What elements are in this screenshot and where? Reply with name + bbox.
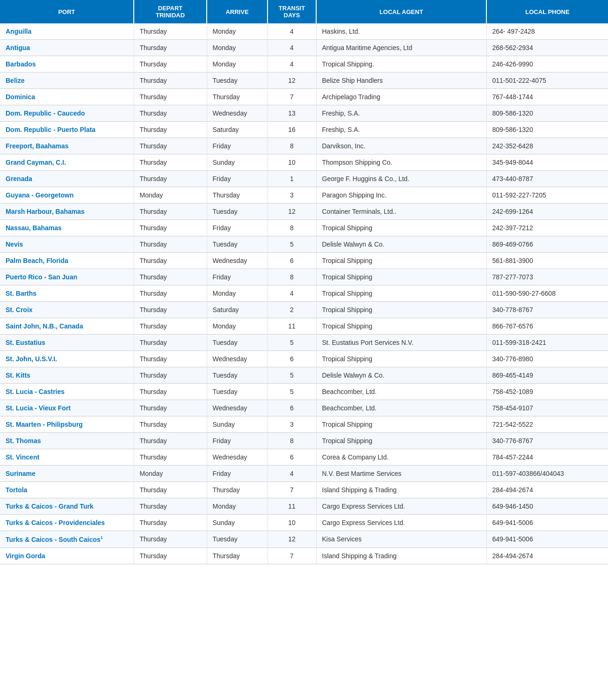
cell-agent: Beachcomber, Ltd. [316, 400, 486, 416]
table-row: DominicaThursdayThursday7Archipelago Tra… [0, 89, 608, 105]
cell-phone: 866-767-6576 [486, 318, 608, 335]
table-row: Turks & Caicos - ProvidencialesThursdayS… [0, 515, 608, 531]
table-row: SurinameMondayFriday4N.V. Best Martime S… [0, 466, 608, 482]
cell-depart: Thursday [134, 302, 207, 318]
cell-transit: 8 [268, 269, 316, 285]
cell-phone: 264- 497-2428 [486, 23, 608, 40]
table-row: NevisThursdayTuesday5Delisle Walwyn & Co… [0, 236, 608, 253]
cell-agent: Tropical Shipping [316, 351, 486, 367]
cell-depart: Thursday [134, 40, 207, 56]
cell-port: St. Eustatius [0, 335, 134, 351]
table-row: Turks & Caicos - South Caicos1ThursdayTu… [0, 531, 608, 548]
table-row: Dom. Republic - Puerto PlataThursdaySatu… [0, 122, 608, 138]
cell-depart: Thursday [134, 171, 207, 187]
cell-transit: 6 [268, 351, 316, 367]
cell-agent: Darvikson, Inc. [316, 138, 486, 154]
cell-port: St. Lucia - Castries [0, 384, 134, 400]
cell-phone: 242-352-6428 [486, 138, 608, 154]
cell-arrive: Monday [207, 285, 268, 302]
cell-arrive: Wednesday [207, 253, 268, 269]
cell-port: Saint John, N.B., Canada [0, 318, 134, 335]
cell-phone: 246-426-9990 [486, 56, 608, 73]
cell-transit: 5 [268, 367, 316, 384]
cell-port: Belize [0, 73, 134, 89]
table-row: Nassau, BahamasThursdayFriday8Tropical S… [0, 220, 608, 236]
cell-depart: Thursday [134, 531, 207, 548]
cell-depart: Monday [134, 187, 207, 204]
cell-port: Suriname [0, 466, 134, 482]
cell-phone: 340-776-8767 [486, 433, 608, 449]
cell-phone: 268-562-2934 [486, 40, 608, 56]
cell-port: St. Thomas [0, 433, 134, 449]
cell-transit: 7 [268, 482, 316, 498]
cell-arrive: Monday [207, 23, 268, 40]
cell-transit: 8 [268, 138, 316, 154]
cell-port: Tortola [0, 482, 134, 498]
table-row: St. CroixThursdaySaturday2Tropical Shipp… [0, 302, 608, 318]
table-row: Virgin GordaThursdayThursday7Island Ship… [0, 547, 608, 564]
table-row: Dom. Republic - CaucedoThursdayWednesday… [0, 105, 608, 122]
cell-agent: Delisle Walwyn & Co. [316, 236, 486, 253]
cell-depart: Thursday [134, 105, 207, 122]
cell-depart: Thursday [134, 482, 207, 498]
cell-arrive: Saturday [207, 122, 268, 138]
cell-depart: Thursday [134, 351, 207, 367]
cell-arrive: Wednesday [207, 400, 268, 416]
cell-agent: Tropical Shipping [316, 285, 486, 302]
cell-phone: 011-599-318-2421 [486, 335, 608, 351]
cell-agent: Paragon Shipping Inc. [316, 187, 486, 204]
cell-phone: 721-542-5522 [486, 416, 608, 433]
cell-depart: Thursday [134, 318, 207, 335]
cell-phone: 284-494-2674 [486, 482, 608, 498]
cell-transit: 5 [268, 335, 316, 351]
cell-agent: Delisle Walwyn & Co. [316, 367, 486, 384]
cell-arrive: Tuesday [207, 204, 268, 220]
cell-agent: Freship, S.A. [316, 122, 486, 138]
cell-phone: 473-440-8787 [486, 171, 608, 187]
cell-arrive: Monday [207, 40, 268, 56]
cell-port: Freeport, Baahamas [0, 138, 134, 154]
cell-phone: 649-946-1450 [486, 498, 608, 515]
cell-arrive: Friday [207, 171, 268, 187]
cell-transit: 10 [268, 154, 316, 171]
shipping-schedule-table: PORT DEPARTTRINIDAD ARRIVE TRANSITDAYS L… [0, 0, 608, 564]
cell-transit: 3 [268, 187, 316, 204]
cell-transit: 6 [268, 253, 316, 269]
cell-depart: Thursday [134, 73, 207, 89]
table-row: TortolaThursdayThursday7Island Shipping … [0, 482, 608, 498]
cell-agent: Kisa Services [316, 531, 486, 548]
cell-agent: Tropical Shipping [316, 220, 486, 236]
cell-phone: 242-397-7212 [486, 220, 608, 236]
table-row: St. BarthsThursdayMonday4Tropical Shippi… [0, 285, 608, 302]
cell-phone: 869-469-0766 [486, 236, 608, 253]
cell-transit: 7 [268, 547, 316, 564]
table-row: Freeport, BaahamasThursdayFriday8Darviks… [0, 138, 608, 154]
cell-port: Anguilla [0, 23, 134, 40]
cell-phone: 649-941-5006 [486, 515, 608, 531]
cell-phone: 011-597-403866/404043 [486, 466, 608, 482]
cell-depart: Thursday [134, 220, 207, 236]
cell-depart: Thursday [134, 269, 207, 285]
cell-port: Marsh Harbour, Bahamas [0, 204, 134, 220]
cell-depart: Thursday [134, 498, 207, 515]
cell-agent: Beachcomber, Ltd. [316, 384, 486, 400]
header-transit: TRANSITDAYS [268, 0, 316, 23]
cell-port: Grenada [0, 171, 134, 187]
cell-agent: Haskins, Ltd. [316, 23, 486, 40]
cell-transit: 10 [268, 515, 316, 531]
cell-depart: Monday [134, 466, 207, 482]
cell-arrive: Wednesday [207, 449, 268, 466]
cell-transit: 13 [268, 105, 316, 122]
cell-arrive: Sunday [207, 154, 268, 171]
header-agent: LOCAL AGENT [316, 0, 486, 23]
cell-depart: Thursday [134, 547, 207, 564]
table-row: St. Lucia - CastriesThursdayTuesday5Beac… [0, 384, 608, 400]
cell-agent: Tropical Shipping. [316, 56, 486, 73]
cell-depart: Thursday [134, 89, 207, 105]
cell-agent: Freship, S.A. [316, 105, 486, 122]
cell-phone: 242-699-1264 [486, 204, 608, 220]
cell-arrive: Monday [207, 498, 268, 515]
cell-port: Virgin Gorda [0, 547, 134, 564]
cell-arrive: Saturday [207, 302, 268, 318]
cell-depart: Thursday [134, 400, 207, 416]
